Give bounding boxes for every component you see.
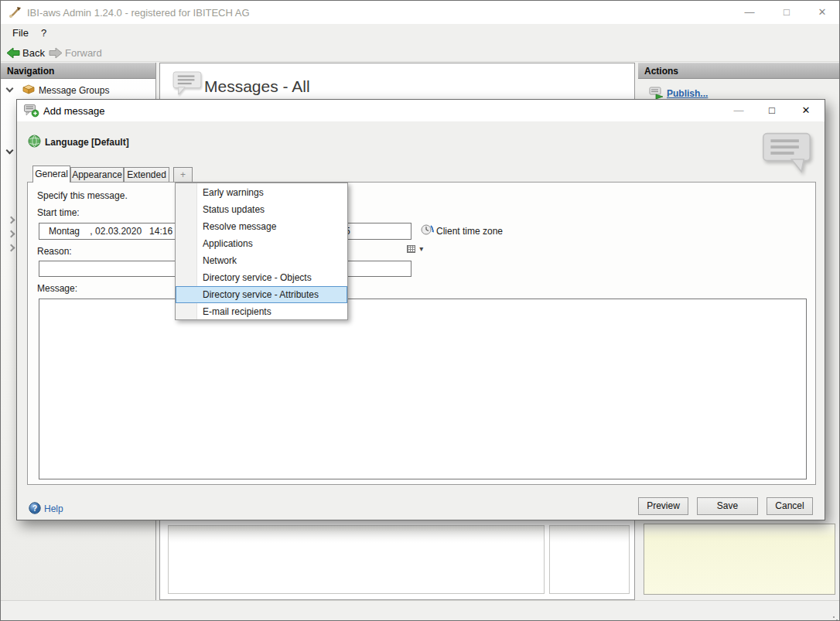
reason-label: Reason: bbox=[37, 246, 72, 257]
menubar bbox=[1, 24, 839, 43]
menu-item-resolve-message[interactable]: Resolve message bbox=[176, 218, 347, 235]
publish-icon bbox=[649, 87, 663, 99]
message-textarea[interactable] bbox=[39, 299, 807, 479]
chevron-down-icon[interactable] bbox=[6, 85, 14, 93]
forward-icon[interactable] bbox=[49, 47, 62, 59]
chevron-down-icon[interactable] bbox=[6, 147, 14, 155]
client-time-zone-label: Client time zone bbox=[436, 226, 503, 237]
menu-item-network[interactable]: Network bbox=[176, 252, 347, 269]
resize-grip[interactable] bbox=[833, 616, 835, 618]
dropdown-arrow-icon: ▾ bbox=[419, 241, 423, 257]
preview-button[interactable]: Preview bbox=[638, 497, 688, 515]
publish-link[interactable]: Publish... bbox=[667, 88, 708, 99]
sidebar-item-message-groups[interactable]: Message Groups bbox=[39, 85, 109, 96]
menu-item-directory-service-objects[interactable]: Directory service - Objects bbox=[176, 269, 347, 286]
cancel-button[interactable]: Cancel bbox=[767, 497, 813, 515]
tab-extended[interactable]: Extended bbox=[124, 167, 169, 183]
menu-item-email-recipients[interactable]: E-mail recipients bbox=[176, 303, 347, 320]
actions-header: Actions bbox=[638, 63, 840, 79]
titlebar: IBI-aws Admin 1.24.0 - registered for IB… bbox=[1, 1, 839, 24]
dialog-maximize-button[interactable]: □ bbox=[758, 101, 786, 120]
language-label: Language [Default] bbox=[45, 137, 129, 148]
calendar-icon bbox=[407, 245, 415, 253]
maximize-button[interactable]: □ bbox=[773, 2, 801, 22]
client-time-zone-icon bbox=[420, 223, 434, 237]
minimize-button[interactable]: — bbox=[736, 2, 763, 22]
app-window: IBI-aws Admin 1.24.0 - registered for IB… bbox=[0, 0, 840, 621]
dialog-minimize-button[interactable]: — bbox=[725, 101, 753, 120]
statusbar: D:\IBI-aws\Admin\Data.xml bbox=[1, 600, 839, 621]
start-time-label: Start time: bbox=[37, 207, 80, 218]
toolbar bbox=[1, 43, 839, 62]
chevron-right-icon[interactable] bbox=[8, 217, 15, 224]
tab-page-general: Specify this message. Start time: Montag… bbox=[27, 182, 816, 485]
page-title: Messages - All bbox=[204, 77, 310, 96]
tab-general[interactable]: General bbox=[32, 165, 70, 183]
navigation-header: Navigation bbox=[1, 63, 155, 79]
tab-add-plus[interactable]: + bbox=[173, 167, 193, 183]
tab-appearance[interactable]: Appearance bbox=[70, 167, 124, 183]
date-picker-button[interactable]: ▾ bbox=[381, 225, 409, 237]
back-icon[interactable] bbox=[7, 47, 20, 59]
menu-item-status-updates[interactable]: Status updates bbox=[176, 201, 347, 218]
message-groups-icon bbox=[22, 84, 35, 94]
save-button[interactable]: Save bbox=[697, 497, 758, 515]
add-tab-dropdown-menu: Early warnings Status updates Resolve me… bbox=[175, 183, 348, 320]
chevron-right-icon[interactable] bbox=[8, 230, 15, 238]
language-icon bbox=[28, 135, 41, 148]
dialog-titlebar: Add message — □ ✕ bbox=[17, 100, 825, 121]
dialog-title: Add message bbox=[43, 105, 105, 117]
menu-file[interactable]: File bbox=[12, 27, 29, 39]
menu-item-applications[interactable]: Applications bbox=[176, 235, 347, 252]
add-message-dialog: Add message — □ ✕ Language [Default] Gen… bbox=[16, 99, 825, 520]
forward-button[interactable]: Forward bbox=[65, 47, 102, 59]
notes-box[interactable] bbox=[644, 524, 835, 595]
svg-text:?: ? bbox=[32, 504, 37, 513]
back-button[interactable]: Back bbox=[22, 47, 45, 59]
messages-icon bbox=[172, 71, 202, 96]
app-icon bbox=[9, 6, 22, 19]
chevron-right-icon[interactable] bbox=[8, 244, 15, 252]
menu-item-directory-service-attributes[interactable]: Directory service - Attributes bbox=[176, 286, 347, 303]
menu-item-early-warnings[interactable]: Early warnings bbox=[176, 184, 347, 201]
dialog-close-button[interactable]: ✕ bbox=[792, 101, 820, 120]
help-icon[interactable]: ? bbox=[29, 502, 41, 514]
message-side-box bbox=[549, 525, 630, 594]
add-message-icon bbox=[24, 104, 39, 118]
intro-text: Specify this message. bbox=[37, 190, 128, 201]
message-watermark-icon bbox=[761, 132, 812, 174]
message-list-box bbox=[168, 525, 545, 594]
close-button[interactable]: ✕ bbox=[808, 2, 836, 22]
message-label: Message: bbox=[37, 283, 77, 294]
help-link[interactable]: Help bbox=[44, 503, 63, 514]
window-title: IBI-aws Admin 1.24.0 - registered for IB… bbox=[27, 7, 250, 19]
menu-help[interactable]: ? bbox=[41, 27, 46, 39]
